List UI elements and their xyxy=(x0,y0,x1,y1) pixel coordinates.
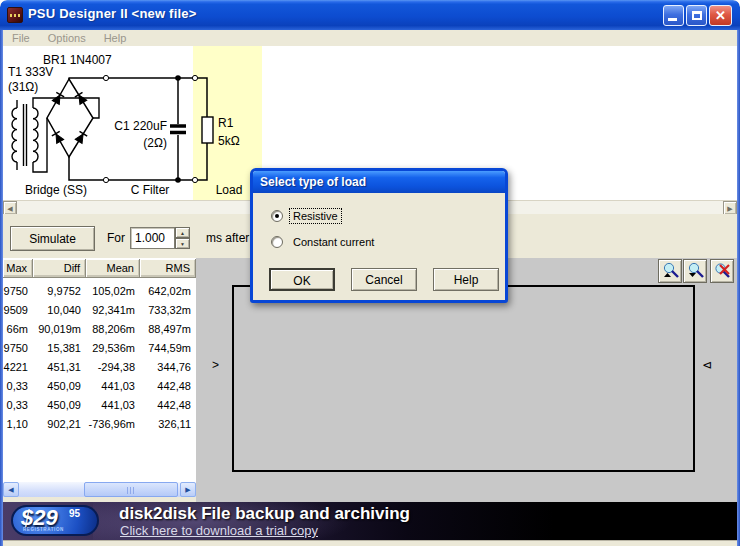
table-cell: -294,38 xyxy=(86,358,140,377)
table-cell: 9750 xyxy=(3,282,33,301)
maximize-icon xyxy=(692,11,702,20)
table-row[interactable]: 4221451,31-294,38344,76 xyxy=(3,358,196,377)
scroll-left-icon[interactable]: ◀ xyxy=(3,201,17,215)
menu-file[interactable]: File xyxy=(3,30,39,46)
radio-unselected-icon[interactable] xyxy=(271,236,283,248)
table-cell: 90,019m xyxy=(33,320,86,339)
table-row[interactable]: 975015,38129,536m744,59m xyxy=(3,339,196,358)
bridge-symbol[interactable] xyxy=(47,79,93,157)
scrollbar-thumb[interactable] xyxy=(84,482,178,497)
duration-input[interactable]: 1.000 xyxy=(130,227,175,249)
table-cell: 1,10 xyxy=(3,415,33,434)
table-cell: -736,96m xyxy=(86,415,140,434)
ok-button[interactable]: OK xyxy=(269,268,335,291)
resistor-value-label: 5kΩ xyxy=(218,134,240,148)
dialog-body: Resistive Constant current OK Cancel Hel… xyxy=(253,193,505,300)
column-header-diff[interactable]: Diff xyxy=(33,259,86,278)
table-cell: 15,381 xyxy=(33,339,86,358)
scroll-left-icon[interactable]: ◀ xyxy=(3,482,19,497)
table-row[interactable]: 97509,9752105,02m642,02m xyxy=(3,282,196,301)
resistor-label: R1 xyxy=(218,116,234,130)
column-header-mean[interactable]: Mean xyxy=(86,259,140,278)
banner-download-link[interactable]: Click here to download a trial copy xyxy=(120,523,318,538)
capacitor-impedance-label: (2Ω) xyxy=(143,136,167,150)
table-cell: 642,02m xyxy=(140,282,196,301)
table-cell: 66m xyxy=(3,320,33,339)
table-row[interactable]: 1,10902,21-736,96m326,11 xyxy=(3,415,196,434)
table-row[interactable]: 950910,04092,341m733,32m xyxy=(3,301,196,320)
table-row[interactable]: 66m90,019m88,206m88,497m xyxy=(3,320,196,339)
table-cell: 902,21 xyxy=(33,415,86,434)
window-border-bottom xyxy=(3,540,737,546)
radio-resistive[interactable]: Resistive xyxy=(271,209,341,223)
table-row[interactable]: 0,33450,09441,03442,48 xyxy=(3,377,196,396)
select-load-dialog: Select type of load Resistive Constant c… xyxy=(250,168,508,303)
zoom-in-icon xyxy=(687,262,705,280)
maximize-button[interactable] xyxy=(686,5,707,26)
menu-help[interactable]: Help xyxy=(95,30,136,46)
resistor-symbol[interactable] xyxy=(202,117,213,143)
close-button[interactable]: ✕ xyxy=(709,5,732,26)
table-cell: 451,31 xyxy=(33,358,86,377)
dialog-titlebar[interactable]: Select type of load xyxy=(253,171,505,193)
help-button[interactable]: Help xyxy=(433,268,499,291)
table-cell: 441,03 xyxy=(86,396,140,415)
scroll-right-icon[interactable]: ▶ xyxy=(180,482,196,497)
table-cell: 9,9752 xyxy=(33,282,86,301)
table-hscrollbar[interactable]: ◀ ▶ xyxy=(3,482,196,497)
table-cell: 0,33 xyxy=(3,396,33,415)
section-bridge-label: Bridge (SS) xyxy=(25,183,87,197)
transformer-impedance-label: (31Ω) xyxy=(8,80,38,94)
zoom-in-button[interactable] xyxy=(683,259,707,283)
table-cell: 105,02m xyxy=(86,282,140,301)
results-rows: 97509,9752105,02m642,02m950910,04092,341… xyxy=(3,282,196,434)
table-cell: 92,341m xyxy=(86,301,140,320)
table-cell: 29,536m xyxy=(86,339,140,358)
table-cell: 450,09 xyxy=(33,396,86,415)
minimize-button[interactable] xyxy=(663,5,684,26)
column-header-rms[interactable]: RMS xyxy=(140,259,196,278)
price-badge: $29 95 REGISTRATION xyxy=(11,504,103,538)
capacitor-symbol[interactable] xyxy=(170,126,186,133)
window-title: PSU Designer II <new file> xyxy=(28,6,196,21)
app-icon xyxy=(7,7,23,23)
thumb-grip-icon xyxy=(127,487,136,494)
cancel-button[interactable]: Cancel xyxy=(351,268,417,291)
table-cell: 450,09 xyxy=(33,377,86,396)
for-label: For xyxy=(107,231,125,245)
spinner-up-icon[interactable]: ▲ xyxy=(175,227,190,238)
psu-designer-window: PSU Designer II <new file> ✕ File Option… xyxy=(0,0,740,546)
banner-title: disk2disk File backup and archiving xyxy=(119,504,410,524)
table-row[interactable]: 0,33450,09441,03442,48 xyxy=(3,396,196,415)
badge-caption: REGISTRATION xyxy=(23,527,64,532)
zoom-out-button[interactable] xyxy=(658,259,682,283)
column-header-max[interactable]: Max xyxy=(3,259,33,278)
window-border-left xyxy=(0,30,3,546)
menubar: File Options Help xyxy=(3,30,737,46)
table-cell: 0,33 xyxy=(3,377,33,396)
scroll-right-icon[interactable]: ▶ xyxy=(723,201,737,215)
table-cell: 442,48 xyxy=(140,396,196,415)
titlebar[interactable]: PSU Designer II <new file> ✕ xyxy=(0,0,740,30)
results-table: Max Diff Mean RMS 97509,9752105,02m642,0… xyxy=(3,258,196,482)
table-cell: 9750 xyxy=(3,339,33,358)
table-cell: 88,497m xyxy=(140,320,196,339)
radio-selected-icon[interactable] xyxy=(271,210,283,222)
radio-constant-current[interactable]: Constant current xyxy=(271,235,377,249)
zoom-reset-icon xyxy=(714,262,732,280)
capacitor-label: C1 220uF xyxy=(114,119,167,133)
zoom-out-icon xyxy=(662,262,680,280)
table-cell: 344,76 xyxy=(140,358,196,377)
table-cell: 744,59m xyxy=(140,339,196,358)
zoom-reset-button[interactable] xyxy=(710,259,734,283)
ad-banner[interactable]: $29 95 REGISTRATION disk2disk File backu… xyxy=(3,502,737,540)
right-probe-marker[interactable]: ⊲ xyxy=(702,358,712,372)
table-cell: 10,040 xyxy=(33,301,86,320)
left-probe-marker[interactable]: > xyxy=(212,358,219,372)
table-cell: 442,48 xyxy=(140,377,196,396)
section-load-label: Load xyxy=(216,183,243,197)
simulate-button[interactable]: Simulate xyxy=(10,226,95,251)
transformer-label: T1 333V xyxy=(8,65,53,79)
spinner-down-icon[interactable]: ▼ xyxy=(175,238,190,249)
menu-options[interactable]: Options xyxy=(39,30,95,46)
